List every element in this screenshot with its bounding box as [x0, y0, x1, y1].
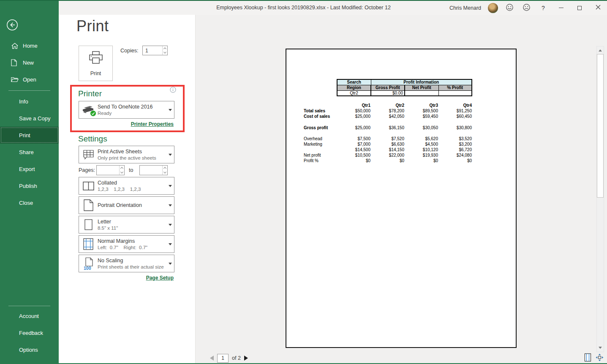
close-icon — [596, 5, 601, 11]
copies-input[interactable] — [143, 46, 162, 55]
pages-from-decrement-button[interactable] — [120, 170, 124, 175]
smiley-icon — [506, 3, 514, 13]
sidebar-item-home[interactable]: Home — [0, 37, 59, 54]
sidebar-item-options[interactable]: Options — [0, 341, 59, 358]
scaling-dropdown[interactable]: 100 No Scaling Print sheets at their act… — [79, 255, 174, 272]
next-page-button[interactable] — [244, 356, 248, 361]
show-margins-button[interactable] — [583, 353, 593, 363]
copies-label: Copies: — [120, 48, 138, 54]
sidebar-item-publish[interactable]: Publish — [0, 177, 59, 194]
previous-page-button[interactable] — [210, 356, 214, 361]
lookup-cell: Qtr2 — [337, 90, 371, 96]
copies-spinner — [142, 46, 168, 55]
pages-from-input[interactable] — [97, 166, 119, 175]
sidebar-item-new[interactable]: New — [0, 54, 59, 71]
frowny-icon — [523, 3, 531, 13]
copies-increment-button[interactable] — [163, 46, 167, 51]
paper-size-dropdown[interactable]: Letter 8.5" x 11" — [79, 216, 174, 234]
scroll-up-button[interactable] — [597, 46, 604, 54]
scrollbar-thumb[interactable] — [597, 54, 604, 198]
pages-to-decrement-button[interactable] — [163, 170, 167, 175]
sidebar-item-info[interactable]: Info — [0, 93, 59, 110]
preview-view-controls — [583, 353, 605, 363]
help-button[interactable]: ? — [538, 3, 549, 14]
sidebar-item-share[interactable]: Share — [0, 144, 59, 160]
print-preview-pane: Search Profit Information Region Gross P… — [195, 15, 607, 364]
sidebar-item-label: Info — [19, 98, 28, 105]
table-row: Cost of sales $25,000 $42,050 $59,450 $6… — [304, 114, 472, 119]
pages-from-spinner — [96, 165, 125, 175]
new-document-icon — [11, 59, 19, 66]
printer-ready-check-icon — [90, 110, 96, 117]
info-icon[interactable] — [170, 87, 176, 95]
scaling-title: No Scaling — [98, 257, 166, 264]
sidebar-item-label: New — [23, 60, 34, 66]
chevron-down-icon — [169, 243, 172, 247]
feedback-smile-button[interactable] — [504, 3, 515, 14]
pages-from-increment-button[interactable] — [120, 166, 124, 170]
preview-page: Search Profit Information Region Gross P… — [286, 49, 517, 348]
zoom-to-page-button[interactable] — [594, 353, 605, 363]
print-button[interactable]: Print — [79, 46, 113, 81]
lookup-cell — [438, 90, 472, 96]
pages-to-spinner — [139, 165, 168, 175]
caret-down-icon — [120, 171, 123, 174]
pages-to-label: to — [129, 167, 133, 173]
next-page-icon — [244, 356, 248, 361]
collation-title: Collated — [98, 179, 166, 186]
sidebar-item-label: Share — [19, 149, 34, 155]
chevron-down-icon — [169, 204, 172, 208]
page-setup-link[interactable]: Page Setup — [146, 275, 174, 281]
table-row: Qtr1 Qtr2 Qtr3 Qtr4 — [304, 103, 472, 108]
scroll-down-button[interactable] — [597, 345, 604, 352]
pages-label: Pages: — [79, 167, 95, 173]
current-page-input[interactable] — [217, 354, 229, 363]
close-button[interactable] — [592, 2, 604, 14]
margins-dropdown[interactable]: Normal Margins Left: 0.7" Right: 0.7" — [79, 235, 174, 253]
back-button[interactable] — [6, 19, 19, 31]
sidebar-item-print[interactable]: Print — [0, 127, 59, 144]
onenote-printer-icon — [82, 104, 95, 115]
caret-down-icon — [163, 51, 166, 54]
collation-subtitle: 1,2,3 1,2,3 1,2,3 — [98, 186, 166, 193]
printer-select-dropdown[interactable]: Send To OneNote 2016 Ready — [79, 101, 174, 119]
back-arrow-icon — [6, 26, 19, 33]
sidebar-divider — [8, 90, 50, 91]
print-what-dropdown[interactable]: Print Active Sheets Only print the activ… — [79, 146, 174, 163]
minimize-button[interactable] — [555, 2, 567, 14]
paper-size-subtitle: 8.5" x 11" — [98, 225, 166, 231]
sidebar-item-account[interactable]: Account — [0, 307, 59, 324]
vertical-scrollbar[interactable] — [596, 46, 604, 352]
printer-name: Send To OneNote 2016 — [98, 103, 166, 110]
home-icon — [11, 42, 19, 49]
quarterly-profit-table: Qtr1 Qtr2 Qtr3 Qtr4 Total sales $50,000 … — [304, 103, 472, 163]
scroll-up-icon — [599, 48, 602, 52]
scroll-down-icon — [599, 347, 602, 350]
sidebar-item-label: Export — [19, 166, 35, 172]
sidebar-item-close[interactable]: Close — [0, 194, 59, 211]
user-avatar[interactable] — [488, 3, 498, 13]
printer-properties-link[interactable]: Printer Properties — [131, 121, 174, 127]
maximize-button[interactable] — [573, 2, 586, 14]
feedback-frown-button[interactable] — [521, 3, 532, 14]
pages-to-increment-button[interactable] — [163, 166, 167, 170]
pages-to-input[interactable] — [140, 166, 162, 175]
letter-page-icon — [79, 219, 98, 231]
sidebar-item-label: Print — [19, 132, 30, 139]
caret-up-icon — [120, 167, 123, 170]
page-count-label: of 2 — [232, 355, 241, 361]
sidebar-item-open[interactable]: Open — [0, 71, 59, 88]
sidebar-item-export[interactable]: Export — [0, 160, 59, 177]
sidebar-item-feedback[interactable]: Feedback — [0, 324, 59, 341]
sidebar-item-save-a-copy[interactable]: Save a Copy — [0, 110, 59, 127]
printer-status: Ready — [98, 110, 166, 117]
lookup-table: Search Profit Information Region Gross P… — [337, 79, 472, 96]
collation-dropdown[interactable]: Collated 1,2,3 1,2,3 1,2,3 — [79, 177, 174, 195]
lookup-col-header: Net Profit — [405, 85, 438, 90]
active-sheets-icon — [79, 149, 98, 160]
sidebar-item-label: Open — [23, 76, 36, 83]
orientation-dropdown[interactable]: Portrait Orientation — [79, 196, 174, 214]
printer-section-heading: Printer — [78, 89, 102, 98]
table-row: Gross profit $25,000 $36,150 $30,050 $30… — [304, 125, 472, 130]
copies-decrement-button[interactable] — [163, 51, 167, 55]
